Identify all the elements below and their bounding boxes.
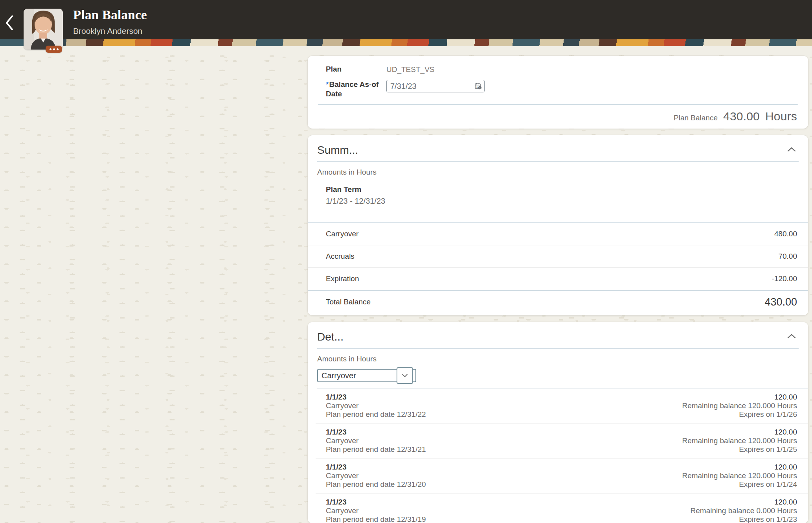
details-amounts-note: Amounts in Hours xyxy=(317,355,799,363)
item-amount: 120.00 xyxy=(682,463,797,471)
summary-collapse-button[interactable] xyxy=(785,145,798,155)
balance-date-field-wrap: 1 xyxy=(386,80,485,92)
total-balance-row: Total Balance 430.00 xyxy=(308,291,808,315)
item-remaining: Remaining balance 120.000 Hours xyxy=(682,401,797,410)
balance-date-label: *Balance As-of Date xyxy=(326,80,386,99)
plan-term-value: 1/1/23 - 12/31/23 xyxy=(326,197,799,206)
summary-row-expiration: Expiration -120.00 xyxy=(308,268,808,290)
item-type: Carryover xyxy=(326,471,426,480)
details-title: Det... xyxy=(317,331,344,343)
svg-text:1: 1 xyxy=(476,86,478,88)
plan-value: UD_TEST_VS xyxy=(386,64,434,74)
balance-date-row: *Balance As-of Date 1 xyxy=(317,80,799,99)
back-button[interactable] xyxy=(2,14,17,33)
details-collapse-button[interactable] xyxy=(785,332,798,342)
item-remaining: Remaining balance 0.000 Hours xyxy=(691,506,797,515)
detail-item[interactable]: 1/1/23 Carryover Plan period end date 12… xyxy=(308,459,808,493)
item-period: Plan period end date 12/31/21 xyxy=(326,445,426,454)
plan-balance-label: Plan Balance xyxy=(674,114,718,122)
item-remaining: Remaining balance 120.000 Hours xyxy=(682,471,797,480)
avatar xyxy=(24,9,63,50)
page-title: Plan Balance xyxy=(73,8,147,22)
back-chevron-icon xyxy=(5,15,14,32)
chevron-up-icon xyxy=(787,147,796,154)
summary-title: Summ... xyxy=(317,144,358,157)
summary-amounts-note: Amounts in Hours xyxy=(317,168,799,177)
plan-label: Plan xyxy=(326,64,386,74)
plan-row: Plan UD_TEST_VS xyxy=(317,64,799,74)
content-column: Plan UD_TEST_VS *Balance As-of Date 1 xyxy=(308,56,808,523)
avatar-actions-button[interactable] xyxy=(46,46,62,53)
ellipsis-icon xyxy=(50,48,51,50)
plan-balance-value: 430.00 xyxy=(723,110,760,123)
divider xyxy=(317,161,799,162)
app-header: Plan Balance Brooklyn Anderson xyxy=(0,0,812,39)
plan-balance-unit: Hours xyxy=(765,110,797,123)
row-value: -120.00 xyxy=(772,274,797,283)
details-card: Det... Amounts in Hours Carryover 1/1/23… xyxy=(308,322,808,523)
item-expires: Expires on 1/1/23 xyxy=(691,515,797,523)
item-type: Carryover xyxy=(326,401,426,410)
item-date: 1/1/23 xyxy=(326,463,426,471)
details-header: Det... xyxy=(308,322,808,348)
plan-balance-line: Plan Balance 430.00 Hours xyxy=(317,110,799,123)
item-period: Plan period end date 12/31/19 xyxy=(326,515,426,523)
person-name: Brooklyn Anderson xyxy=(73,26,147,36)
detail-item[interactable]: 1/1/23 Carryover Plan period end date 12… xyxy=(308,389,808,423)
item-amount: 120.00 xyxy=(682,428,797,436)
row-value: 70.00 xyxy=(778,252,797,261)
row-value: 480.00 xyxy=(774,230,797,238)
balance-date-input[interactable] xyxy=(386,80,485,92)
summary-row-accruals: Accruals 70.00 xyxy=(308,245,808,267)
item-period: Plan period end date 12/31/22 xyxy=(326,410,426,419)
row-label: Carryover xyxy=(326,230,358,238)
row-label: Accruals xyxy=(326,252,355,261)
total-balance-label: Total Balance xyxy=(326,298,371,306)
chevron-down-icon[interactable] xyxy=(397,367,413,384)
item-expires: Expires on 1/1/24 xyxy=(682,480,797,489)
item-date: 1/1/23 xyxy=(326,498,426,506)
plan-info-card: Plan UD_TEST_VS *Balance As-of Date 1 xyxy=(308,56,808,129)
summary-card: Summ... Amounts in Hours Plan Term 1/1/2… xyxy=(308,135,808,315)
item-expires: Expires on 1/1/25 xyxy=(682,445,797,454)
header-title-block: Plan Balance Brooklyn Anderson xyxy=(73,8,147,36)
item-date: 1/1/23 xyxy=(326,428,426,436)
balance-type-dropdown[interactable]: Carryover xyxy=(317,369,416,382)
item-type: Carryover xyxy=(326,506,426,515)
detail-item[interactable]: 1/1/23 Carryover Plan period end date 12… xyxy=(308,424,808,458)
summary-header: Summ... xyxy=(308,135,808,161)
item-expires: Expires on 1/1/26 xyxy=(682,410,797,419)
row-label: Expiration xyxy=(326,274,359,283)
divider xyxy=(317,348,799,349)
item-period: Plan period end date 12/31/20 xyxy=(326,480,426,489)
item-remaining: Remaining balance 120.000 Hours xyxy=(682,436,797,445)
spacer xyxy=(308,206,808,222)
item-amount: 120.00 xyxy=(682,393,797,401)
item-amount: 120.00 xyxy=(691,498,797,506)
required-marker: * xyxy=(326,80,329,88)
chevron-up-icon xyxy=(787,333,796,341)
summary-row-carryover: Carryover 480.00 xyxy=(308,223,808,245)
total-balance-value: 430.00 xyxy=(764,296,797,308)
balance-type-selected: Carryover xyxy=(318,371,356,380)
divider xyxy=(318,104,798,105)
item-type: Carryover xyxy=(326,436,426,445)
detail-item[interactable]: 1/1/23 Carryover Plan period end date 12… xyxy=(308,494,808,523)
avatar-photo xyxy=(24,9,63,50)
item-date: 1/1/23 xyxy=(326,393,426,401)
calendar-clock-icon[interactable]: 1 xyxy=(475,83,482,90)
decorative-stripe-band xyxy=(0,39,812,46)
plan-term-label: Plan Term xyxy=(326,185,799,194)
